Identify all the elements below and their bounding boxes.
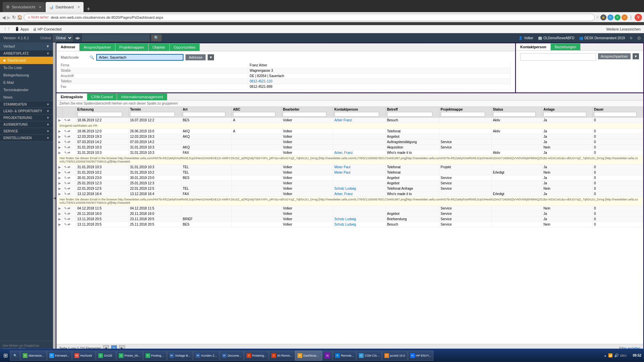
extension-icon-3[interactable]: G: [614, 14, 621, 20]
edit-icon[interactable]: ✎: [64, 206, 67, 210]
expand-cell[interactable]: ▶: [57, 222, 63, 227]
copy-icon[interactable]: ⇄: [67, 181, 70, 185]
tab-beziehungen[interactable]: Beziehungen: [551, 44, 581, 50]
taskbar-item-posting2[interactable]: O Posteing...: [244, 351, 269, 361]
tab-adresse[interactable]: Adresse: [57, 44, 79, 51]
copy-icon[interactable]: ⇄: [67, 135, 70, 138]
tray-network-icon[interactable]: 📶: [608, 353, 613, 358]
edit-icon[interactable]: ✎: [64, 129, 67, 133]
edit-icon[interactable]: ✎: [64, 145, 67, 149]
col-art-header[interactable]: Art: [181, 107, 231, 118]
tab-crm-control[interactable]: CRM-Control: [87, 94, 117, 100]
col-dauer-header[interactable]: Dauer: [593, 107, 643, 118]
edit-icon[interactable]: ✎: [64, 151, 67, 155]
taskbar-item-remote[interactable]: R Remote...: [333, 351, 356, 361]
more-bookmarks[interactable]: Weitere Lesezeichen: [606, 27, 641, 31]
edit-icon[interactable]: ✎: [64, 118, 67, 122]
copy-icon[interactable]: ⇄: [67, 145, 70, 149]
bookmark-star-icon[interactable]: ☆: [596, 15, 599, 19]
global-search-input[interactable]: [82, 35, 149, 41]
edit-icon[interactable]: ✎: [64, 217, 67, 221]
expand-cell[interactable]: ▶: [57, 206, 63, 211]
taskbar-item-dashboard[interactable]: D Dashboar...: [295, 351, 322, 361]
art-filter[interactable]: [183, 112, 225, 117]
forward-button[interactable]: ▶: [7, 15, 11, 20]
bookmark-hp[interactable]: 🖨 HP Connected: [33, 27, 61, 31]
taskbar-item-docume[interactable]: W Docume...: [220, 351, 244, 361]
tab-close-icon[interactable]: ✕: [77, 5, 80, 9]
sidebar-section-stammdaten[interactable]: Stammdaten▼: [0, 101, 53, 108]
edit-icon[interactable]: ✎: [64, 223, 67, 226]
dauer-filter[interactable]: [594, 112, 637, 117]
sidebar-item-todo[interactable]: To-Do Liste: [0, 64, 53, 71]
col-abc-header[interactable]: ABC: [231, 107, 281, 118]
sidebar-section-auswertung[interactable]: Auswertung▼: [0, 121, 53, 128]
kontakt-filter[interactable]: [334, 112, 379, 117]
expand-cell[interactable]: ▶: [57, 118, 63, 123]
taskbar-item-fernwart[interactable]: F Fernwart...: [47, 351, 72, 361]
sidebar-item-belegerfassung[interactable]: Belegerfassung: [0, 71, 53, 79]
sidebar-section-service[interactable]: Service▼: [0, 128, 53, 135]
kontakt-search-input[interactable]: [520, 53, 596, 61]
edit-icon[interactable]: ✎: [64, 165, 67, 169]
tray-speaker-icon[interactable]: 🔊: [614, 353, 619, 358]
tab-servicebericht[interactable]: ⚙ Servicebericht ✕: [3, 2, 45, 12]
col-betreff-header[interactable]: Betreff: [385, 107, 439, 118]
edit-icon[interactable]: ✎: [64, 176, 67, 180]
header-logout-icon[interactable]: ⏻: [637, 36, 641, 40]
col-erfassung-header[interactable]: Erfassung: [76, 107, 128, 118]
taskbar-item-csm[interactable]: C CSM Clo...: [357, 351, 382, 361]
col-projekt-header[interactable]: Projektmappe: [439, 107, 491, 118]
ansprechpartner-btn[interactable]: Ansprechpartner: [598, 53, 631, 59]
header-settings-icon[interactable]: ⚙: [630, 36, 633, 40]
tab-close-icon[interactable]: ✕: [39, 5, 42, 9]
expand-cell[interactable]: ▶: [57, 150, 63, 156]
copy-icon[interactable]: ⇄: [67, 206, 70, 210]
sidebar-section-lead[interactable]: Lead- & Opportunity▼: [0, 108, 53, 115]
taskbar-search[interactable]: 🔍: [10, 351, 20, 361]
copy-icon[interactable]: ⇄: [67, 171, 70, 174]
global-search-button[interactable]: 🔍: [151, 35, 162, 41]
user-avatar[interactable]: V: [635, 14, 642, 21]
col-bearbeiter-header[interactable]: Bearbeiter: [281, 107, 333, 118]
anlage-filter[interactable]: [543, 112, 586, 117]
copy-icon[interactable]: ⇄: [67, 217, 70, 221]
expand-cell[interactable]: ▶: [57, 165, 63, 170]
tray-up-icon[interactable]: ▲: [604, 354, 607, 357]
col-kontakt-header[interactable]: Kontaktperson: [333, 107, 385, 118]
col-status-header[interactable]: Status: [491, 107, 542, 118]
expand-cell[interactable]: ▶: [57, 191, 63, 197]
matchcode-input[interactable]: [96, 54, 183, 61]
expand-cell[interactable]: ▶: [57, 211, 63, 217]
taskbar-item-translate[interactable]: G übersetze...: [20, 351, 47, 361]
search-icon[interactable]: 🔍: [90, 55, 94, 60]
copy-icon[interactable]: ⇄: [67, 129, 70, 133]
copy-icon[interactable]: ⇄: [67, 176, 70, 180]
taskbar-item-hpenv[interactable]: H HP ENVY...: [408, 351, 434, 361]
global-scope-select[interactable]: Global: [53, 35, 73, 41]
back-button[interactable]: ◀: [2, 15, 6, 20]
expand-cell[interactable]: ▶: [57, 145, 63, 150]
sidebar-collapse-handle[interactable]: ◀: [53, 43, 56, 353]
adresse-dropdown-icon[interactable]: ▼: [208, 54, 214, 60]
tab-ansprechpartner[interactable]: Ansprechpartner: [79, 44, 115, 51]
taskbar-item-remind[interactable]: O 40 Remin...: [269, 351, 295, 361]
taskbar-item-preise[interactable]: X Preise_Mi...: [116, 351, 143, 361]
sidebar-section-projektierung[interactable]: Projektierung▼: [0, 115, 53, 121]
edit-icon[interactable]: ✎: [64, 187, 67, 190]
sidebar-item-news[interactable]: News: [0, 94, 53, 101]
sidebar-item-dashboard[interactable]: ■ Dashboard: [0, 57, 53, 64]
edit-icon[interactable]: ✎: [64, 135, 67, 138]
telefon-link[interactable]: 0812-4521-110: [250, 79, 272, 83]
copy-icon[interactable]: ⇄: [67, 212, 70, 216]
copy-icon[interactable]: ⇄: [67, 118, 70, 122]
edit-icon[interactable]: ✎: [64, 140, 67, 144]
col-termin-header[interactable]: Termin: [128, 107, 181, 118]
tab-infomgmt[interactable]: Informationsmanagement: [117, 94, 167, 100]
ansprechpartner-dropdown-icon[interactable]: ▼: [633, 53, 639, 59]
abc-filter[interactable]: [233, 112, 275, 117]
projekt-filter[interactable]: [441, 112, 485, 117]
copy-icon[interactable]: ⇄: [67, 223, 70, 226]
copy-icon[interactable]: ⇄: [67, 192, 70, 196]
tab-kontaktperson[interactable]: Kontaktperson: [516, 44, 551, 50]
